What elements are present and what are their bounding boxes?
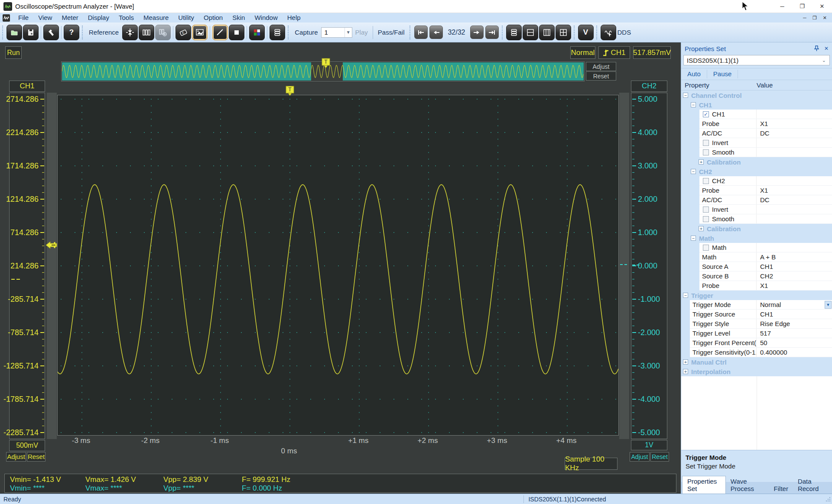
- tab-data-record[interactable]: Data Record: [793, 476, 832, 494]
- window-maximize-button[interactable]: ❐: [792, 0, 812, 13]
- prop-row-channel-control-0[interactable]: −Channel Control: [681, 90, 832, 100]
- expander-icon[interactable]: +: [683, 359, 688, 365]
- overview-adjust-button[interactable]: Adjust: [586, 62, 616, 71]
- mdi-restore-button[interactable]: ❐: [812, 15, 817, 21]
- quad-view-button[interactable]: [556, 25, 571, 40]
- prop-row-trigger-source-23[interactable]: Trigger SourceCH1: [681, 310, 832, 319]
- prop-row-calibration-14[interactable]: +Calibration: [681, 224, 832, 233]
- dds-button[interactable]: DDS: [617, 29, 634, 36]
- voltage-display-button[interactable]: V: [578, 25, 594, 40]
- value-dropdown-button[interactable]: ▼: [825, 301, 832, 309]
- prop-row-smooth-13[interactable]: Smooth: [681, 214, 832, 224]
- trigger-time-marker[interactable]: T: [285, 86, 295, 98]
- horizontal-split-view-button[interactable]: [523, 25, 538, 40]
- ch1-scale-box[interactable]: 500mV: [9, 440, 45, 451]
- save-button[interactable]: [23, 25, 39, 40]
- pages-button[interactable]: [270, 25, 285, 40]
- checkbox-smooth[interactable]: [703, 216, 709, 222]
- checkbox-smooth[interactable]: [703, 149, 709, 155]
- label-tag-button[interactable]: E: [176, 25, 191, 40]
- prop-row-trigger-style-24[interactable]: Trigger StyleRise Edge: [681, 319, 832, 329]
- prop-row-trigger-mode-22[interactable]: Trigger ModeNormal▼: [681, 300, 832, 310]
- expander-icon[interactable]: −: [683, 293, 688, 298]
- expander-icon[interactable]: +: [683, 369, 688, 374]
- prop-row-trigger-21[interactable]: −Trigger: [681, 291, 832, 300]
- checkbox-ch1[interactable]: ✓: [703, 111, 709, 117]
- expander-icon[interactable]: −: [683, 93, 688, 98]
- ch2-adjust-button[interactable]: Adjust: [630, 452, 650, 462]
- prop-row-ac-dc-4[interactable]: AC/DCDC: [681, 129, 832, 138]
- prop-row-probe-3[interactable]: ProbeX1: [681, 119, 832, 129]
- overview-trigger-position-marker[interactable]: T: [321, 58, 331, 70]
- props-toolbar-pause[interactable]: Pause: [707, 70, 738, 78]
- menu-utility[interactable]: Utility: [173, 13, 199, 23]
- prop-row-calibration-7[interactable]: +Calibration: [681, 157, 832, 167]
- line-tool-button[interactable]: [212, 25, 228, 40]
- pass-fail-button[interactable]: Pass/Fail: [375, 29, 408, 36]
- vertical-split-view-button[interactable]: [539, 25, 555, 40]
- prop-row-math-15[interactable]: −Math: [681, 233, 832, 243]
- prop-row-ch2-8[interactable]: −CH2: [681, 167, 832, 176]
- capture-count-select[interactable]: 1 ▼: [321, 27, 352, 38]
- window-minimize-button[interactable]: ─: [772, 0, 792, 13]
- mdi-close-button[interactable]: ✕: [823, 15, 827, 21]
- menu-display[interactable]: Display: [83, 13, 114, 23]
- open-file-button[interactable]: [6, 25, 22, 40]
- props-toolbar-auto[interactable]: Auto: [681, 70, 707, 78]
- tab-filter[interactable]: Filter: [769, 484, 793, 494]
- menu-meter[interactable]: Meter: [57, 13, 83, 23]
- prop-row-interpolation-29[interactable]: +Interpolation: [681, 367, 832, 376]
- expander-icon[interactable]: −: [691, 236, 696, 241]
- prop-row-smooth-6[interactable]: Smooth: [681, 148, 832, 157]
- tab-properties-set[interactable]: Properties Set: [682, 476, 726, 494]
- stop-button[interactable]: [229, 25, 244, 40]
- menu-window[interactable]: Window: [250, 13, 282, 23]
- checkbox-ch2[interactable]: [703, 178, 709, 184]
- ch1-adjust-button[interactable]: Adjust: [6, 452, 26, 462]
- trigger-source-badge[interactable]: CH1: [598, 46, 630, 59]
- menu-tools[interactable]: Tools: [114, 13, 139, 23]
- trigger-mode-badge[interactable]: Normal: [570, 46, 595, 59]
- window-close-button[interactable]: ✕: [812, 0, 832, 13]
- menu-file[interactable]: File: [13, 13, 33, 23]
- pin-icon[interactable]: [814, 45, 819, 52]
- play-button[interactable]: Play: [352, 29, 371, 36]
- panel-close-icon[interactable]: ✕: [824, 45, 829, 52]
- prop-row-ac-dc-11[interactable]: AC/DCDC: [681, 195, 832, 205]
- prop-row-trigger-level-25[interactable]: Trigger Level517: [681, 329, 832, 338]
- ch1-reset-button[interactable]: Reset: [27, 452, 46, 462]
- prop-row-invert-12[interactable]: Invert: [681, 205, 832, 214]
- prop-row-ch1-1[interactable]: −CH1: [681, 100, 832, 110]
- prop-row-ch1-2[interactable]: ✓CH1: [681, 110, 832, 119]
- mdi-minimize-button[interactable]: ─: [803, 15, 806, 21]
- dds-icon[interactable]: [601, 25, 616, 40]
- first-capture-button[interactable]: [414, 26, 428, 39]
- resize-grip[interactable]: [825, 496, 831, 502]
- prop-row-math-16[interactable]: Math: [681, 243, 832, 252]
- ch2-reset-button[interactable]: Reset: [650, 452, 669, 462]
- prop-row-ch2-9[interactable]: CH2: [681, 176, 832, 186]
- trigger-level-badge[interactable]: 517.857mV: [633, 46, 671, 59]
- single-view-button[interactable]: [506, 25, 522, 40]
- expander-icon[interactable]: −: [691, 169, 696, 174]
- menu-skin[interactable]: Skin: [228, 13, 250, 23]
- checkbox-invert[interactable]: [703, 207, 709, 213]
- prop-row-source-b-19[interactable]: Source BCH2: [681, 271, 832, 281]
- prop-row-manual-ctrl-28[interactable]: +Manual Ctrl: [681, 357, 832, 367]
- device-select[interactable]: ISDS205X(1.1)(1) ⌄: [683, 55, 830, 65]
- prop-row-probe-10[interactable]: ProbeX1: [681, 186, 832, 195]
- expander-icon[interactable]: +: [699, 159, 704, 165]
- prop-row-trigger-sensitivity-0-1-27[interactable]: Trigger Sensitivity(0-1...0.400000: [681, 348, 832, 357]
- center-wave-button[interactable]: [122, 25, 138, 40]
- last-capture-button[interactable]: [485, 26, 499, 39]
- overview-reset-button[interactable]: Reset: [586, 71, 616, 81]
- screenshot-button[interactable]: [192, 25, 208, 40]
- expander-icon[interactable]: +: [699, 226, 704, 231]
- previous-capture-button[interactable]: [429, 26, 443, 39]
- prop-row-probe-20[interactable]: ProbeX1: [681, 281, 832, 291]
- prop-row-invert-5[interactable]: Invert: [681, 138, 832, 148]
- ch2-scale-box[interactable]: 1V: [631, 440, 667, 450]
- columns-view-button[interactable]: [139, 25, 154, 40]
- menu-measure[interactable]: Measure: [139, 13, 173, 23]
- menu-option[interactable]: Option: [199, 13, 228, 23]
